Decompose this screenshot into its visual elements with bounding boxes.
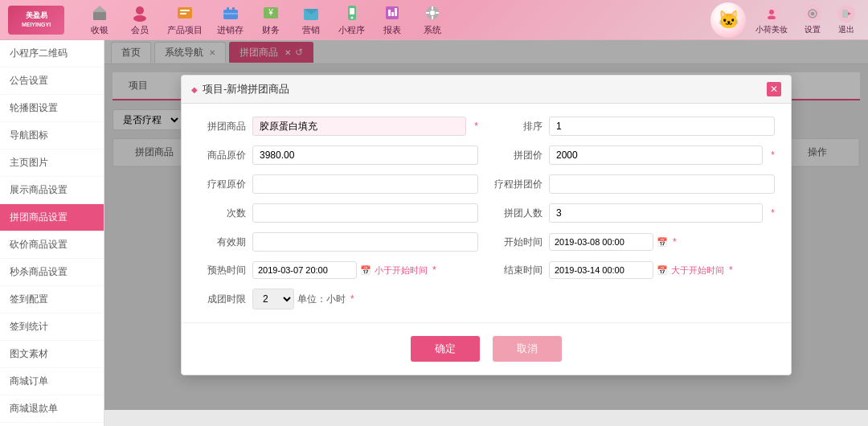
crm-icon [301,3,321,23]
svg-rect-21 [395,8,397,16]
complete-limit-select[interactable]: 2 1 3 6 12 24 48 [252,289,294,309]
sidebar-item-banner[interactable]: 轮播图设置 [0,95,104,122]
report-icon [383,3,402,23]
nav-member[interactable]: 会员 [121,0,159,39]
sidebar-item-mini-params[interactable]: 小程序参数 [0,423,104,426]
sidebar-item-notice[interactable]: 公告设置 [0,68,104,95]
start-time-label: 开始时间 [494,236,542,249]
svg-rect-9 [232,7,235,12]
svg-rect-8 [227,7,229,12]
sidebar-item-nav-icon[interactable]: 导航图标 [0,122,104,150]
start-time-row: 开始时间 📅 * [494,232,775,252]
sort-label: 排序 [494,120,542,133]
count-row: 次数 [198,203,478,223]
kitty-image: 🐱 [710,2,751,38]
header-right-actions: 小荷美妆 设置 退出 [751,2,860,39]
preheat-calendar-icon[interactable]: 📅 [360,265,371,276]
svg-rect-5 [180,10,190,11]
preheat-input[interactable] [252,261,357,279]
preheat-required: * [432,264,436,276]
course-group-price-input[interactable] [549,174,775,194]
count-input[interactable] [252,203,478,223]
sidebar-item-picture-text[interactable]: 图文素材 [0,341,104,368]
nav-mini[interactable]: 小程序 [332,0,371,39]
main-nav: 收银 会员 产品项目 进销存 ¥ 财务 [80,0,710,39]
cancel-button[interactable]: 取消 [493,336,562,362]
shop-btn[interactable]: 小荷美妆 [751,2,792,39]
validity-row: 有效期 [198,232,478,252]
start-time-calendar-icon[interactable]: 📅 [657,237,668,248]
product-icon [175,3,194,23]
sales-icon [221,3,240,23]
sidebar-item-sign-config[interactable]: 签到配置 [0,286,104,313]
complete-limit-required: * [350,293,354,305]
sidebar-item-discount-goods[interactable]: 砍价商品设置 [0,231,104,259]
kitty-decoration: 🐱 [710,2,751,38]
end-time-calendar-icon[interactable]: 📅 [657,265,668,276]
start-time-wrap: 📅 * [549,233,775,251]
count-label: 次数 [198,207,246,220]
finance-icon: ¥ [261,3,280,23]
sidebar-item-miniapp-qr[interactable]: 小程序二维码 [0,40,104,68]
preheat-wrap: 📅 小于开始时间 * [252,261,478,279]
group-price-row: 拼团价 * [494,145,775,165]
svg-marker-33 [848,12,851,15]
sidebar-item-display-goods[interactable]: 展示商品设置 [0,177,104,204]
svg-point-29 [768,15,776,19]
course-price-input[interactable] [252,174,478,194]
sidebar-item-sign-stats[interactable]: 签到统计 [0,313,104,341]
sort-row: 排序 [494,117,775,136]
svg-point-3 [133,15,146,22]
preheat-row: 预热时间 📅 小于开始时间 * [198,261,478,279]
modal-header: 项目-新增拼团商品 ✕ [182,76,791,104]
course-price-label: 疗程原价 [198,178,246,191]
modal-title: 项目-新增拼团商品 [191,82,289,96]
svg-point-17 [350,17,353,19]
group-goods-label: 拼团商品 [198,120,246,133]
sidebar-item-shop-order[interactable]: 商城订单 [0,368,104,395]
group-goods-input[interactable] [252,117,466,136]
svg-rect-0 [93,12,106,20]
nav-stock[interactable]: 收银 [80,0,119,39]
end-time-row: 结束时间 📅 大于开始时间 * [494,261,775,279]
group-goods-required: * [474,121,478,132]
sidebar-item-flash-goods[interactable]: 秒杀商品设置 [0,259,104,286]
sort-input[interactable] [549,117,775,136]
svg-point-30 [811,11,815,15]
nav-sales[interactable]: 进销存 [211,0,250,39]
svg-rect-26 [426,12,429,14]
end-time-input[interactable] [549,261,653,279]
sidebar-item-shop-return[interactable]: 商城退款单 [0,395,104,423]
nav-system[interactable]: 系统 [413,0,452,39]
sidebar-item-home-img[interactable]: 主页图片 [0,150,104,177]
group-num-row: 拼团人数 * [494,203,775,223]
logo: 美盈易MEIYINGYI [8,6,64,35]
logout-btn[interactable]: 退出 [833,2,860,39]
validity-label: 有效期 [198,236,246,249]
nav-report[interactable]: 报表 [373,0,411,39]
original-price-label: 商品原价 [198,149,246,162]
original-price-input[interactable] [252,145,478,165]
nav-finance[interactable]: ¥ 财务 [252,0,290,39]
preheat-label: 预热时间 [198,264,246,277]
group-price-label: 拼团价 [494,149,542,162]
group-num-input[interactable] [549,203,763,223]
end-time-label: 结束时间 [494,264,542,277]
settings-btn[interactable]: 设置 [799,2,826,39]
mini-icon [342,3,362,23]
nav-crm[interactable]: 营销 [292,0,330,39]
group-num-required: * [771,207,775,219]
validity-input[interactable] [252,232,478,252]
course-price-row: 疗程原价 [198,174,478,194]
start-time-input[interactable] [549,233,653,251]
modal-close-button[interactable]: ✕ [767,82,781,96]
complete-limit-unit: 单位：小时 [297,293,346,306]
end-time-wrap: 📅 大于开始时间 * [549,261,775,279]
svg-rect-24 [432,6,433,10]
group-price-input[interactable] [549,145,763,165]
confirm-button[interactable]: 确定 [411,336,480,362]
original-price-row: 商品原价 [198,145,478,165]
sidebar-item-group-goods[interactable]: 拼团商品设置 [0,204,104,231]
nav-product[interactable]: 产品项目 [161,0,209,39]
svg-point-2 [136,6,144,14]
